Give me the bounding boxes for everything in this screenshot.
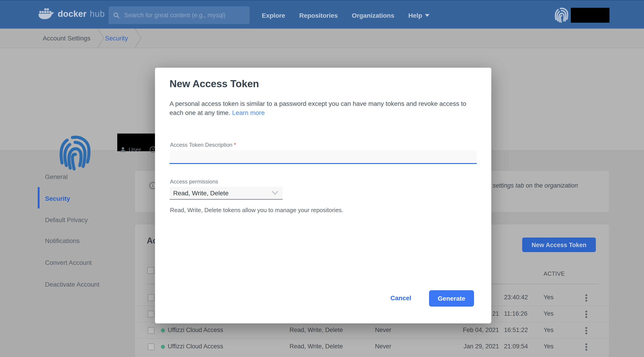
logo-text-docker: docker bbox=[58, 9, 86, 19]
sidebar-item-convert-account[interactable]: Convert Account bbox=[45, 259, 92, 266]
breadcrumb: Account Settings Security bbox=[0, 29, 644, 48]
user-type: User bbox=[120, 146, 141, 153]
permissions-helper-text: Read, Write, Delete tokens allow you to … bbox=[170, 207, 343, 213]
sidebar-item-deactivate-account[interactable]: Deactivate Account bbox=[45, 281, 100, 288]
navbar-links: Explore Repositories Organizations Help bbox=[262, 1, 430, 29]
search-box[interactable] bbox=[108, 6, 250, 24]
breadcrumb-chevron-icon bbox=[134, 29, 142, 48]
breadcrumb-account-settings[interactable]: Account Settings bbox=[43, 34, 90, 42]
new-access-token-button[interactable]: New Access Token bbox=[522, 238, 596, 252]
chevron-down-icon bbox=[272, 191, 278, 195]
row-checkbox[interactable] bbox=[148, 327, 154, 334]
kebab-icon[interactable] bbox=[583, 309, 590, 319]
cancel-button[interactable]: Cancel bbox=[388, 294, 414, 302]
nav-link-help[interactable]: Help bbox=[408, 11, 430, 19]
nav-link-repositories[interactable]: Repositories bbox=[299, 11, 338, 19]
column-header-active: ACTIVE bbox=[544, 271, 565, 277]
token-row[interactable]: Uffizzi Cloud Access Read, Write, Delete… bbox=[135, 322, 610, 339]
select-all-checkbox[interactable] bbox=[147, 267, 154, 274]
breadcrumb-security[interactable]: Security bbox=[105, 34, 128, 42]
caret-down-icon bbox=[425, 14, 430, 16]
person-icon bbox=[120, 147, 126, 153]
user-type-label: User bbox=[128, 146, 141, 153]
access-token-description-input[interactable] bbox=[170, 150, 477, 164]
required-asterisk: * bbox=[234, 142, 236, 148]
token-row[interactable]: Uffizzi Cloud Access Read, Write, Delete… bbox=[135, 338, 610, 355]
row-checkbox[interactable] bbox=[148, 294, 154, 301]
sidebar-item-security[interactable]: Security bbox=[45, 195, 70, 202]
row-checkbox[interactable] bbox=[148, 311, 154, 318]
redacted-username bbox=[571, 8, 610, 23]
page: dockerhub Explore Repositories Organizat… bbox=[0, 0, 644, 357]
top-navbar: dockerhub Explore Repositories Organizat… bbox=[0, 0, 644, 29]
sidebar-item-notifications[interactable]: Notifications bbox=[45, 237, 80, 244]
nav-link-explore[interactable]: Explore bbox=[262, 11, 285, 19]
sidebar-item-general[interactable]: General bbox=[45, 173, 68, 180]
nav-link-organizations[interactable]: Organizations bbox=[352, 11, 394, 19]
permissions-field-label: Access permissions bbox=[170, 178, 218, 185]
status-dot bbox=[161, 345, 165, 349]
search-icon bbox=[113, 11, 120, 19]
selected-permission: Read, Write, Delete bbox=[173, 189, 228, 196]
breadcrumb-chevron-icon bbox=[97, 29, 104, 48]
org-settings-note: settings tab on the organization bbox=[493, 182, 578, 189]
sidebar-active-indicator bbox=[38, 187, 40, 208]
generate-button[interactable]: Generate bbox=[429, 290, 474, 307]
row-checkbox[interactable] bbox=[148, 343, 154, 350]
description-field-label: Access Token Description * bbox=[170, 142, 236, 148]
kebab-icon[interactable] bbox=[583, 342, 590, 352]
docker-hub-logo[interactable]: dockerhub bbox=[38, 8, 105, 20]
kebab-icon[interactable] bbox=[583, 326, 590, 336]
search-input[interactable] bbox=[124, 11, 245, 19]
new-access-token-modal: New Access Token A personal access token… bbox=[155, 68, 491, 323]
kebab-icon[interactable] bbox=[583, 293, 590, 303]
modal-title: New Access Token bbox=[170, 78, 259, 90]
status-dot bbox=[161, 328, 165, 333]
navbar-avatar-fingerprint-icon[interactable] bbox=[554, 6, 569, 25]
learn-more-link[interactable]: Learn more bbox=[232, 109, 265, 116]
sidebar-item-default-privacy[interactable]: Default Privacy bbox=[45, 216, 88, 223]
logo-text-hub: hub bbox=[90, 9, 105, 19]
access-permissions-select[interactable]: Read, Write, Delete bbox=[170, 187, 283, 200]
modal-description: A personal access token is similar to a … bbox=[170, 99, 480, 117]
docker-logo-icon bbox=[38, 8, 54, 20]
profile-avatar-fingerprint-icon bbox=[58, 131, 92, 176]
